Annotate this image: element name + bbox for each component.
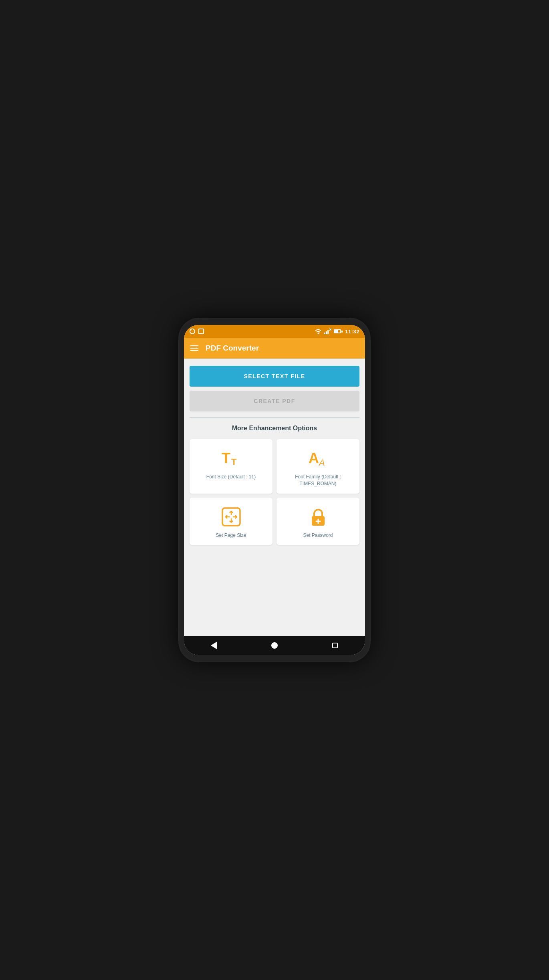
select-text-file-button[interactable]: SELECT TEXT FILE bbox=[190, 366, 359, 387]
signal-icon bbox=[324, 329, 331, 334]
font-family-icon: A A bbox=[308, 448, 329, 469]
font-family-label: Font Family (Default : TIMES_ROMAN) bbox=[281, 474, 355, 487]
status-right-icons: 11:32 bbox=[315, 329, 359, 335]
svg-text:A: A bbox=[309, 450, 319, 466]
svg-rect-1 bbox=[324, 333, 325, 334]
hamburger-menu-button[interactable] bbox=[190, 345, 198, 351]
svg-rect-2 bbox=[326, 331, 327, 334]
phone-device: 11:32 PDF Converter SELECT TEXT FILE CRE… bbox=[178, 318, 371, 662]
recents-button[interactable] bbox=[327, 637, 343, 653]
svg-text:T: T bbox=[231, 457, 237, 467]
options-grid: T T Font Size (Default : 11) A bbox=[190, 439, 359, 545]
status-time: 11:32 bbox=[345, 329, 359, 335]
svg-text:T: T bbox=[222, 450, 230, 466]
home-button[interactable] bbox=[266, 637, 283, 653]
phone-screen: 11:32 PDF Converter SELECT TEXT FILE CRE… bbox=[184, 325, 365, 655]
back-icon bbox=[211, 641, 217, 649]
page-size-card[interactable]: Set Page Size bbox=[190, 498, 272, 545]
svg-rect-3 bbox=[327, 330, 329, 334]
page-size-label: Set Page Size bbox=[216, 532, 246, 539]
create-pdf-button[interactable]: CREATE PDF bbox=[190, 391, 359, 411]
svg-text:A: A bbox=[318, 458, 325, 468]
recents-icon bbox=[332, 643, 338, 648]
hamburger-line-1 bbox=[190, 345, 198, 346]
home-icon bbox=[271, 642, 278, 649]
hamburger-line-3 bbox=[190, 350, 198, 351]
status-bar: 11:32 bbox=[184, 325, 365, 338]
svg-rect-10 bbox=[222, 508, 240, 526]
enhancement-section-title: More Enhancement Options bbox=[190, 425, 359, 432]
back-button[interactable] bbox=[206, 637, 222, 653]
font-family-card[interactable]: A A Font Family (Default : TIMES_ROMAN) bbox=[277, 439, 359, 494]
password-label: Set Password bbox=[303, 532, 333, 539]
password-icon bbox=[308, 506, 329, 527]
main-content: SELECT TEXT FILE CREATE PDF More Enhance… bbox=[184, 359, 365, 636]
section-divider bbox=[190, 417, 359, 417]
font-size-label: Font Size (Default : 11) bbox=[206, 474, 256, 480]
app-bar: PDF Converter bbox=[184, 338, 365, 359]
hamburger-line-2 bbox=[190, 348, 198, 349]
status-left-icons bbox=[190, 329, 204, 334]
nav-bar bbox=[184, 636, 365, 655]
font-size-icon: T T bbox=[221, 448, 242, 469]
password-card[interactable]: Set Password bbox=[277, 498, 359, 545]
sim-icon bbox=[198, 329, 204, 334]
notification-icon bbox=[190, 329, 195, 334]
svg-point-0 bbox=[318, 333, 319, 334]
battery-icon bbox=[334, 329, 343, 333]
app-title: PDF Converter bbox=[206, 344, 259, 353]
wifi-icon bbox=[315, 329, 322, 334]
page-size-icon bbox=[221, 506, 242, 527]
font-size-card[interactable]: T T Font Size (Default : 11) bbox=[190, 439, 272, 494]
